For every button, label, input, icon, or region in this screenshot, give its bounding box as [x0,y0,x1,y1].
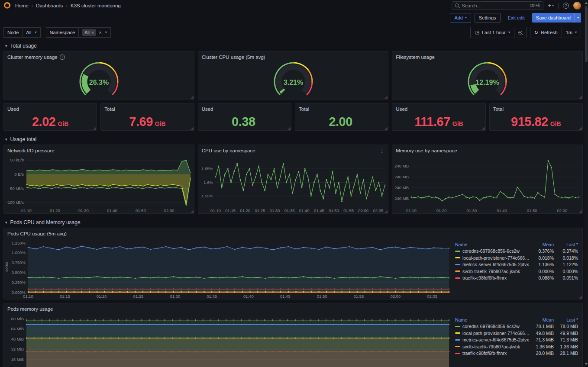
network-io-chart[interactable]: 50 kB/s0 B/s-50 kB/s-100 kB/s01:1001:200… [4,155,194,213]
panel-title[interactable]: Cluster CPU usage (5m avg) [202,55,265,60]
timeseries-canvas[interactable]: 1.250%1.000%0.750%0.500%0.250%0.000%01:1… [4,238,452,299]
legend-header-last[interactable]: Last * [554,242,578,247]
resize-handle[interactable] [191,127,194,130]
series-name[interactable]: traefik-c98fdf6fb-fhnrx [462,275,507,280]
resize-handle[interactable] [579,96,582,99]
svg-text:01:55: 01:55 [343,208,354,213]
panel-title[interactable]: Memory use by namespace [396,148,457,153]
chevron-down-icon: ▾ [552,4,554,7]
panel-title[interactable]: Total [299,106,309,112]
legend-header-name[interactable]: Name [455,242,530,247]
grafana-logo[interactable] [3,2,11,9]
panel-title[interactable]: Cluster memory usage [7,55,58,60]
pods-cpu-chart[interactable]: 1.250%1.000%0.750%0.500%0.250%0.000%01:1… [4,238,452,299]
avatar[interactable] [573,2,581,10]
svg-text:32 MiB: 32 MiB [11,347,24,351]
panel-title[interactable]: Used [202,106,213,112]
scroll-down-arrow[interactable] [585,363,588,365]
time-range-picker[interactable]: ◷ Last 1 hour ▾ [470,27,514,38]
panel-title[interactable]: Used [396,106,407,112]
series-name[interactable]: coredns-697968c856-6cs2w [462,248,520,254]
breadcrumb-dashboards[interactable]: Dashboards [36,3,63,8]
panel-title[interactable]: Total [493,106,504,112]
series-name[interactable]: local-path-provisioner-774c6665dc-gq87b [462,331,530,336]
section-total-usage[interactable]: ▾ Total usage [3,41,583,51]
pods-memory-chart[interactable]: 80 MiB64 MiB48 MiB32 MiB16 MiB0 B01:1001… [4,313,452,367]
section-title: Pods CPU and Memory usage [10,219,81,225]
resize-handle[interactable] [191,210,194,213]
timeseries-canvas[interactable]: 80 MiB64 MiB48 MiB32 MiB16 MiB0 B01:1001… [4,313,452,367]
stat-value: 0.38 [198,113,291,130]
series-name[interactable]: svclb-traefik-79b807ac-jkvbk [462,269,520,274]
series-name[interactable]: coredns-697968c856-6cs2w [462,324,520,329]
legend-header-mean[interactable]: Mean [530,317,554,322]
series-name[interactable]: local-path-provisioner-774c6665dc-gq87b [462,255,530,261]
scroll-up-arrow[interactable] [585,2,588,4]
add-button[interactable]: Add ▾ [450,13,471,23]
legend-header-last[interactable]: Last * [554,317,578,322]
section-usage-total[interactable]: ▾ Usage total [3,134,583,145]
search-box[interactable]: ctrl+k [452,1,543,10]
section-pods[interactable]: ▾ Pods CPU and Memory usage [3,217,583,228]
panel-title[interactable]: Total [104,106,115,112]
refresh-label: Refresh [541,30,558,35]
svg-text:02:00: 02:00 [358,208,368,213]
resize-handle[interactable] [288,127,291,130]
close-icon[interactable]: × [91,30,94,35]
search-input[interactable] [462,3,527,8]
resize-handle[interactable] [384,127,388,130]
resize-handle[interactable] [191,96,194,99]
dashboard-controls: Node All ▾ Namespace All × × ▾ [0,23,588,41]
exit-edit-button[interactable]: Exit edit [504,13,529,23]
resize-handle[interactable] [93,127,96,130]
series-name[interactable]: traefik-c98fdf6fb-fhnrx [462,351,507,356]
zoom-out-button[interactable] [514,27,527,38]
clear-icon[interactable]: × [99,30,101,35]
panel-title[interactable]: Pods CPU usage (5m avg) [7,231,67,236]
settings-button[interactable]: Settings [475,13,501,23]
resize-handle[interactable] [384,210,388,213]
panel-title[interactable]: Used [7,106,19,112]
node-variable-dropdown[interactable]: All ▾ [23,27,40,38]
namespace-variable-dropdown[interactable]: All × × ▾ [79,27,111,38]
filesystem-gauge: 12.19% [392,61,582,99]
panel-title[interactable]: CPU use by namespace [202,148,255,153]
breadcrumb-home[interactable]: Home [15,3,29,8]
resize-handle[interactable] [482,127,485,130]
refresh-interval-dropdown[interactable]: 1m ▾ [562,27,581,38]
panel-menu-icon[interactable]: ⋮ [379,148,384,154]
panel-title[interactable]: Pods memory usage [7,306,53,312]
svg-text:0.250%: 0.250% [12,280,26,285]
timeseries-canvas[interactable]: 1.65%1.6%1.55%01:1001:1501:2001:2501:300… [198,155,388,213]
scrollbar-thumb[interactable] [585,6,588,62]
namespace-value-tag[interactable]: All × [82,29,96,36]
help-icon[interactable]: ? [563,3,569,9]
time-controls: ◷ Last 1 hour ▾ [470,27,527,38]
timeseries-canvas[interactable]: 240 MB240 MB240 MB240 MB01:1001:2001:300… [392,155,582,213]
legend-header-mean[interactable]: Mean [530,242,554,247]
dashboard-grid: ▾ Total usage Cluster memory usage i 26.… [0,41,588,367]
save-dashboard-button[interactable]: Save dashboard [532,13,575,23]
resize-handle[interactable] [579,210,582,213]
cpu-namespace-chart[interactable]: 1.65%1.6%1.55%01:1001:1501:2001:2501:300… [198,155,388,213]
series-name[interactable]: metrics-server-6f4c6675d5-2ptvx [462,262,529,267]
resize-handle[interactable] [579,296,582,299]
series-name[interactable]: metrics-server-6f4c6675d5-2ptvx [462,337,529,342]
save-dashboard-caret[interactable]: ▾ [575,13,581,23]
info-icon[interactable]: i [60,55,65,60]
series-last: 78.0 MiB [554,324,578,329]
panel-title[interactable]: Filesystem usage [396,55,434,60]
new-menu-button[interactable]: + ▾ [548,2,554,9]
scrollbar[interactable] [585,0,588,367]
refresh-button[interactable]: ↻ Refresh [530,27,562,38]
svg-text:01:50: 01:50 [329,208,339,213]
series-name[interactable]: svclb-traefik-79b807ac-jkvbk [462,344,520,349]
timeseries-canvas[interactable]: 50 kB/s0 B/s-50 kB/s-100 kB/s01:1001:200… [4,155,194,213]
memory-namespace-chart[interactable]: 240 MB240 MB240 MB240 MB01:1001:2001:300… [392,155,582,213]
panel-title[interactable]: Network I/O pressure [7,148,55,153]
legend-header-name[interactable]: Name [455,317,530,322]
stat-number: 2.00 [329,115,352,129]
resize-handle[interactable] [579,127,582,130]
svg-text:50 kB/s: 50 kB/s [10,158,24,162]
resize-handle[interactable] [384,96,388,99]
